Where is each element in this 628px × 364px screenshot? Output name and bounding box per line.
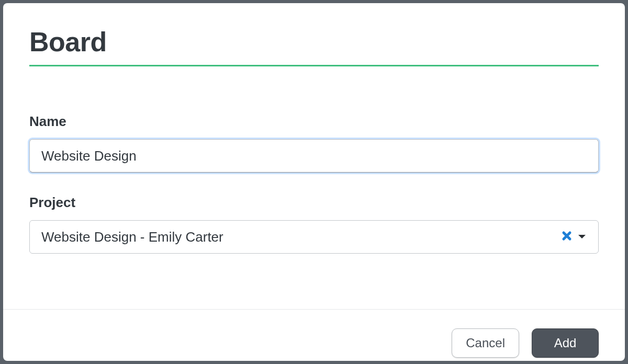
modal-footer: Cancel Add (3, 309, 625, 361)
cancel-button[interactable]: Cancel (452, 328, 519, 358)
project-select[interactable]: Website Design - Emily Carter (29, 220, 599, 254)
name-label: Name (29, 113, 599, 130)
name-input[interactable] (29, 139, 599, 173)
project-form-group: Project Website Design - Emily Carter (29, 195, 599, 254)
add-button[interactable]: Add (532, 328, 599, 358)
title-underline (29, 65, 599, 66)
modal-body: Board Name Project Website Design - Emil… (3, 3, 625, 309)
chevron-down-icon[interactable] (577, 234, 587, 240)
modal-title: Board (29, 26, 599, 58)
clear-selection-icon[interactable] (562, 231, 572, 243)
name-form-group: Name (29, 113, 599, 173)
select-controls (562, 231, 587, 243)
project-label: Project (29, 195, 599, 211)
board-modal: Board Name Project Website Design - Emil… (3, 3, 625, 361)
project-selected-value: Website Design - Emily Carter (41, 229, 562, 245)
